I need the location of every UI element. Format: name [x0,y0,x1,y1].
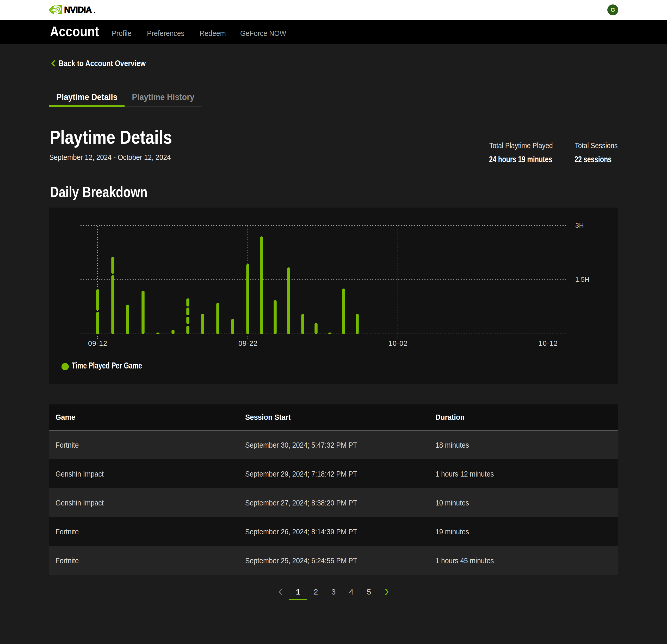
svg-text:09-22: 09-22 [239,340,258,347]
svg-text:NVIDIA: NVIDIA [64,5,92,15]
svg-text:1.5H: 1.5H [575,276,590,283]
svg-text:10-02: 10-02 [389,340,408,347]
svg-text:3H: 3H [575,221,584,229]
svg-text:09-12: 09-12 [88,340,107,347]
svg-text:10-12: 10-12 [539,340,558,347]
